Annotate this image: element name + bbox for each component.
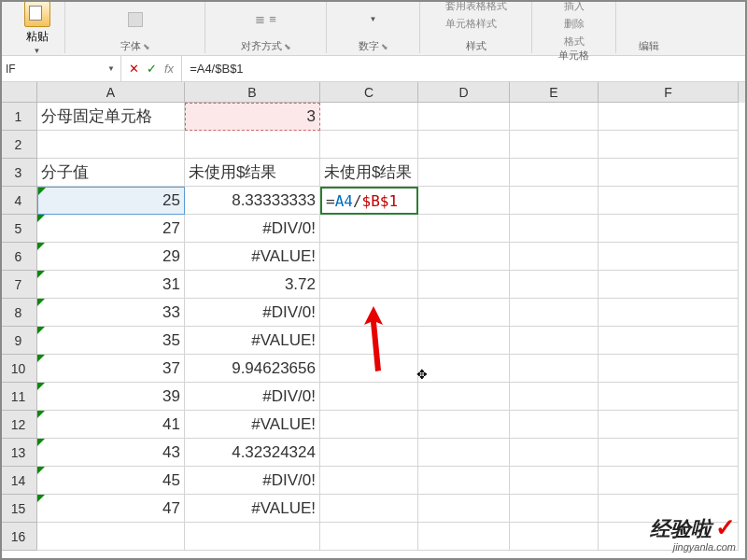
row-header[interactable]: 10 xyxy=(0,355,37,383)
row-header[interactable]: 4 xyxy=(0,187,37,215)
cell-D2[interactable] xyxy=(418,131,510,159)
cell-D11[interactable] xyxy=(418,383,510,411)
cell-B11[interactable]: #DIV/0! xyxy=(185,383,320,411)
row-header[interactable]: 2 xyxy=(0,131,37,159)
row-header[interactable]: 3 xyxy=(0,159,37,187)
cell-B12[interactable]: #VALUE! xyxy=(185,411,320,439)
cell-C16[interactable] xyxy=(320,523,418,551)
cell-D13[interactable] xyxy=(418,439,510,467)
expand-icon[interactable]: ⬊ xyxy=(381,42,388,51)
cell-A4[interactable]: 25 xyxy=(37,187,185,215)
format-button[interactable]: 格式 xyxy=(564,35,585,49)
cell-E8[interactable] xyxy=(510,299,599,327)
cell-A3[interactable]: 分子值 xyxy=(37,159,185,187)
cell-C12[interactable] xyxy=(320,411,418,439)
cell-A16[interactable] xyxy=(37,523,185,551)
cell-D10[interactable] xyxy=(418,355,510,383)
cell-F3[interactable] xyxy=(599,159,739,187)
cell-C10[interactable] xyxy=(320,355,418,383)
cancel-button[interactable]: ✕ xyxy=(129,62,139,76)
row-header[interactable]: 12 xyxy=(0,411,37,439)
cell-B3[interactable]: 未使用$结果 xyxy=(185,159,320,187)
cell-E7[interactable] xyxy=(510,271,599,299)
chevron-down-icon[interactable]: ▼ xyxy=(370,15,377,23)
cell-D6[interactable] xyxy=(418,243,510,271)
cell-E13[interactable] xyxy=(510,439,599,467)
align-icon[interactable]: ≡ xyxy=(269,12,276,26)
cell-F13[interactable] xyxy=(599,439,739,467)
cell-A11[interactable]: 39 xyxy=(37,383,185,411)
cell-C15[interactable] xyxy=(320,495,418,523)
formula-input[interactable]: =A4/$B$1 xyxy=(182,62,747,76)
col-header-A[interactable]: A xyxy=(37,82,185,103)
cell-C5[interactable] xyxy=(320,215,418,243)
cell-B5[interactable]: #DIV/0! xyxy=(185,215,320,243)
cell-F9[interactable] xyxy=(599,327,739,355)
cell-A8[interactable]: 33 xyxy=(37,299,185,327)
cell-A10[interactable]: 37 xyxy=(37,355,185,383)
cell-C9[interactable] xyxy=(320,327,418,355)
expand-icon[interactable]: ⬊ xyxy=(143,42,150,51)
cell-A9[interactable]: 35 xyxy=(37,327,185,355)
col-header-E[interactable]: E xyxy=(510,82,599,103)
row-header[interactable]: 7 xyxy=(0,271,37,299)
cell-B6[interactable]: #VALUE! xyxy=(185,243,320,271)
cell-styles-button[interactable]: 单元格样式 xyxy=(445,17,497,31)
cell-E6[interactable] xyxy=(510,243,599,271)
cell-D14[interactable] xyxy=(418,467,510,495)
cell-D8[interactable] xyxy=(418,299,510,327)
col-header-B[interactable]: B xyxy=(185,82,320,103)
cell-E2[interactable] xyxy=(510,131,599,159)
cell-B8[interactable]: #DIV/0! xyxy=(185,299,320,327)
spreadsheet-grid[interactable]: A B C D E F 1 分母固定单元格 3 2 3 分子值 未使用$结果 未… xyxy=(0,82,747,560)
chevron-down-icon[interactable]: ▼ xyxy=(34,47,41,55)
cell-B7[interactable]: 3.72 xyxy=(185,271,320,299)
cell-C14[interactable] xyxy=(320,467,418,495)
cell-E12[interactable] xyxy=(510,411,599,439)
cell-D12[interactable] xyxy=(418,411,510,439)
cell-F8[interactable] xyxy=(599,299,739,327)
cell-A2[interactable] xyxy=(37,131,185,159)
cell-C13[interactable] xyxy=(320,439,418,467)
cell-C4[interactable]: =A4/$B$1 xyxy=(320,187,418,215)
cell-A12[interactable]: 41 xyxy=(37,411,185,439)
table-format-button[interactable]: 套用表格格式 xyxy=(445,0,507,13)
select-all-corner[interactable] xyxy=(0,82,37,103)
cell-E3[interactable] xyxy=(510,159,599,187)
cell-F10[interactable] xyxy=(599,355,739,383)
insert-button[interactable]: 插入 xyxy=(564,0,585,13)
delete-button[interactable]: 删除 xyxy=(564,17,585,31)
cell-E16[interactable] xyxy=(510,523,599,551)
cell-F1[interactable] xyxy=(599,103,739,131)
row-header[interactable]: 8 xyxy=(0,299,37,327)
cell-B2[interactable] xyxy=(185,131,320,159)
cell-C1[interactable] xyxy=(320,103,418,131)
row-header[interactable]: 5 xyxy=(0,215,37,243)
fx-button[interactable]: fx xyxy=(164,62,174,76)
name-box[interactable]: IF ▼ xyxy=(0,56,121,81)
row-header[interactable]: 1 xyxy=(0,103,37,131)
cell-E10[interactable] xyxy=(510,355,599,383)
cell-A15[interactable]: 47 xyxy=(37,495,185,523)
cell-B14[interactable]: #DIV/0! xyxy=(185,467,320,495)
align-icon[interactable]: ≣ xyxy=(255,12,265,26)
cell-E11[interactable] xyxy=(510,383,599,411)
cell-A14[interactable]: 45 xyxy=(37,467,185,495)
cell-B15[interactable]: #VALUE! xyxy=(185,495,320,523)
font-icon[interactable] xyxy=(128,12,143,27)
cell-A6[interactable]: 29 xyxy=(37,243,185,271)
expand-icon[interactable]: ⬊ xyxy=(284,42,291,51)
cell-B1[interactable]: 3 xyxy=(185,103,320,131)
col-header-C[interactable]: C xyxy=(320,82,418,103)
cell-E1[interactable] xyxy=(510,103,599,131)
cell-C11[interactable] xyxy=(320,383,418,411)
row-header[interactable]: 6 xyxy=(0,243,37,271)
cell-C8[interactable] xyxy=(320,299,418,327)
cell-D9[interactable] xyxy=(418,327,510,355)
row-header[interactable]: 11 xyxy=(0,383,37,411)
cell-E4[interactable] xyxy=(510,187,599,215)
cell-A13[interactable]: 43 xyxy=(37,439,185,467)
cell-C3[interactable]: 未使用$结果 xyxy=(320,159,418,187)
cell-E5[interactable] xyxy=(510,215,599,243)
cell-F11[interactable] xyxy=(599,383,739,411)
